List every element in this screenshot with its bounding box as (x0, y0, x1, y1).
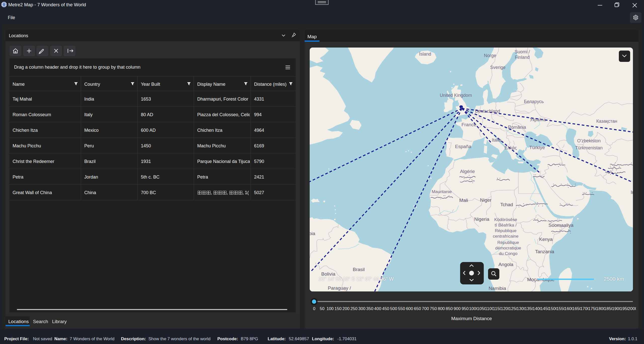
svg-text:Italia: Italia (492, 138, 502, 143)
svg-text:Colombia: Colombia (310, 231, 315, 236)
svg-text:France: France (461, 122, 476, 127)
svg-text:Namibia: Namibia (489, 286, 506, 291)
svg-text:Soomaaliya: Soomaaliya (548, 223, 574, 228)
svg-text:Angola: Angola (498, 262, 513, 267)
svg-text:Niger: Niger (480, 197, 492, 203)
svg-text:Казақстан: Казақстан (596, 119, 617, 124)
svg-text:centrafricaine: centrafricaine (493, 234, 518, 239)
svg-text:tî Bêafrîka /: tî Bêafrîka / (495, 223, 517, 228)
svg-text:démocratique: démocratique (495, 246, 521, 250)
svg-text:Ísland: Ísland (419, 52, 431, 57)
svg-text:Deutschland: Deutschland (475, 109, 500, 114)
svg-text:India: India (631, 190, 633, 195)
svg-text:Algérie: Algérie (460, 169, 475, 174)
svg-text:République: République (495, 228, 516, 233)
svg-text:Brasil: Brasil (353, 267, 365, 272)
svg-text:République: République (497, 240, 519, 245)
svg-text:Bolivia: Bolivia (321, 271, 335, 277)
svg-text:Türkiye: Türkiye (529, 145, 545, 150)
svg-text:Suomi /: Suomi / (514, 49, 530, 54)
svg-text:Türkmenistan: Türkmenistan (575, 145, 602, 150)
svg-text:Ελλάς: Ελλάς (505, 145, 517, 150)
svg-text:Ködörösêse: Ködörösêse (494, 217, 517, 222)
svg-text:Беларусь: Беларусь (524, 99, 544, 104)
svg-text:Tchad: Tchad (500, 202, 513, 207)
svg-text:Kenya: Kenya (539, 237, 553, 242)
svg-text:Mauritanie: Mauritanie (432, 189, 452, 194)
svg-text:Norge: Norge (484, 53, 496, 58)
svg-text:Paraguay /: Paraguay / (328, 285, 351, 291)
svg-text:United Kingdom: United Kingdom (440, 93, 472, 98)
svg-text:Nigeria: Nigeria (474, 217, 490, 222)
svg-text:Mali: Mali (459, 198, 468, 203)
svg-text:du Congo: du Congo (499, 251, 517, 256)
svg-text:România: România (508, 125, 526, 130)
svg-text:España: España (455, 144, 471, 149)
svg-text:O'zbekiston: O'zbekiston (577, 138, 600, 143)
svg-text:Україна: Україна (530, 117, 546, 122)
svg-text:Tanzania: Tanzania (535, 249, 554, 254)
svg-text:Sverige: Sverige (490, 65, 505, 70)
svg-text:Finland: Finland (515, 55, 530, 60)
